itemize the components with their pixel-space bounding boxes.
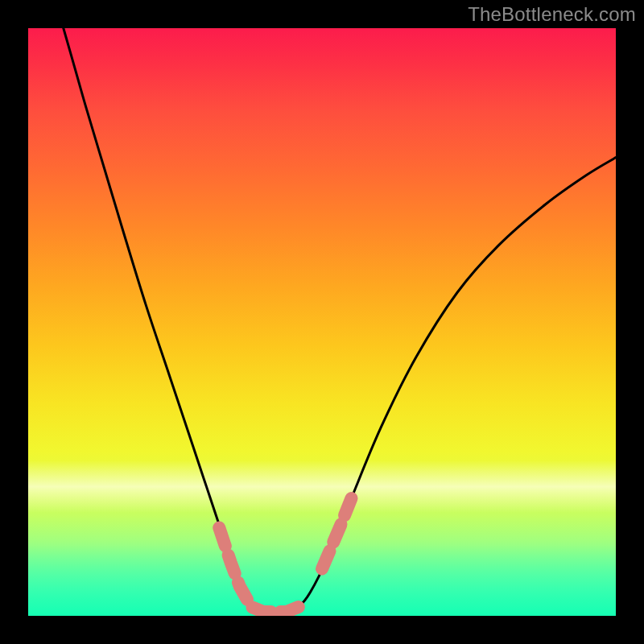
plot-area — [28, 28, 616, 616]
highlight-segments-left — [219, 528, 299, 612]
watermark-text: TheBottleneck.com — [468, 3, 636, 26]
highlight-segments-right — [322, 498, 352, 569]
plot-svg — [28, 28, 616, 616]
chart-frame: TheBottleneck.com — [0, 0, 644, 644]
